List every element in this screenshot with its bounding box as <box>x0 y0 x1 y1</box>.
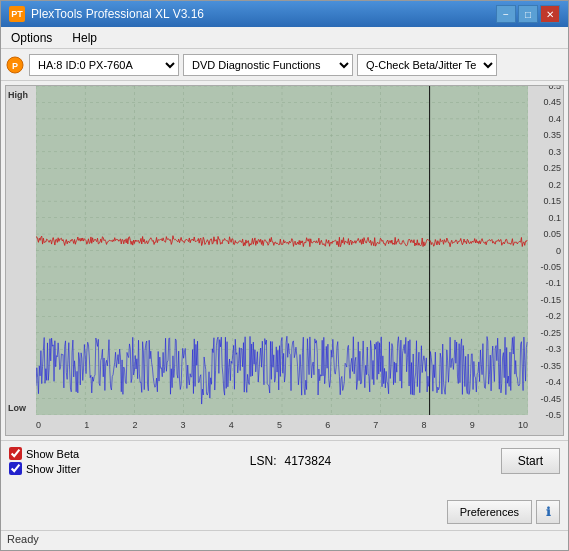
y-axis-label: -0.35 <box>540 361 561 371</box>
x-axis-label: 8 <box>422 420 427 430</box>
close-button[interactable]: ✕ <box>540 5 560 23</box>
y-axis-label: 0.5 <box>548 85 561 91</box>
y-axis-label: 0.3 <box>548 147 561 157</box>
show-jitter-row: Show Jitter <box>9 462 80 475</box>
lsn-label: LSN: <box>250 454 277 468</box>
toolbar: P HA:8 ID:0 PX-760A DVD Diagnostic Funct… <box>1 49 568 81</box>
x-axis-label: 5 <box>277 420 282 430</box>
show-beta-checkbox[interactable] <box>9 447 22 460</box>
app-icon-text: PT <box>11 9 23 19</box>
x-axis-label: 6 <box>325 420 330 430</box>
info-button[interactable]: ℹ <box>536 500 560 524</box>
drive-select[interactable]: HA:8 ID:0 PX-760A <box>29 54 179 76</box>
show-beta-label: Show Beta <box>26 448 79 460</box>
x-axis-label: 2 <box>132 420 137 430</box>
chart-high-label: High <box>8 90 28 100</box>
minimize-button[interactable]: − <box>496 5 516 23</box>
start-button[interactable]: Start <box>501 448 560 474</box>
maximize-button[interactable]: □ <box>518 5 538 23</box>
y-axis-label: 0.1 <box>548 213 561 223</box>
y-axis-label: -0.3 <box>545 344 561 354</box>
y-axis-label: 0.15 <box>543 196 561 206</box>
show-beta-row: Show Beta <box>9 447 80 460</box>
menu-options[interactable]: Options <box>5 29 58 47</box>
y-axis-label: 0.4 <box>548 114 561 124</box>
x-axis-label: 10 <box>518 420 528 430</box>
window-title: PlexTools Professional XL V3.16 <box>31 7 204 21</box>
x-axis-label: 9 <box>470 420 475 430</box>
bottom-panel: Show Beta Show Jitter LSN: 4173824 Start… <box>1 440 568 530</box>
title-bar: PT PlexTools Professional XL V3.16 − □ ✕ <box>1 1 568 27</box>
chart-plot <box>36 86 528 415</box>
menu-help[interactable]: Help <box>66 29 103 47</box>
y-axis-label: 0.05 <box>543 229 561 239</box>
y-axis-label: 0.35 <box>543 130 561 140</box>
drive-icon: P <box>5 55 25 75</box>
y-axis-label: 0.25 <box>543 163 561 173</box>
y-axis-label: -0.05 <box>540 262 561 272</box>
y-axis-label: -0.45 <box>540 394 561 404</box>
x-axis-label: 7 <box>373 420 378 430</box>
lsn-value: 4173824 <box>285 454 332 468</box>
y-axis-label: -0.4 <box>545 377 561 387</box>
x-axis-label: 1 <box>84 420 89 430</box>
function-select[interactable]: DVD Diagnostic Functions <box>183 54 353 76</box>
y-axis-label: -0.15 <box>540 295 561 305</box>
bottom-row2: Preferences ℹ <box>9 500 560 524</box>
app-icon: PT <box>9 6 25 22</box>
y-axis-label: -0.2 <box>545 311 561 321</box>
status-text: Ready <box>7 533 39 545</box>
chart-canvas <box>36 86 528 415</box>
y-axis-label: -0.25 <box>540 328 561 338</box>
chart-low-label: Low <box>8 403 26 413</box>
menu-bar: Options Help <box>1 27 568 49</box>
y-axis-label: -0.5 <box>545 410 561 420</box>
test-select[interactable]: Q-Check Beta/Jitter Test <box>357 54 497 76</box>
chart-area: High Low 0.50.450.40.350.30.250.20.150.1… <box>5 85 564 436</box>
title-buttons: − □ ✕ <box>496 5 560 23</box>
x-axis-label: 4 <box>229 420 234 430</box>
svg-text:P: P <box>12 61 18 71</box>
checkboxes: Show Beta Show Jitter <box>9 447 80 475</box>
y-axis-label: -0.1 <box>545 278 561 288</box>
y-axis-label: 0 <box>556 246 561 256</box>
y-axis-label: 0.2 <box>548 180 561 190</box>
chart-x-axis: 012345678910 <box>36 415 528 435</box>
status-bar: Ready <box>1 530 568 550</box>
chart-y-axis-right: 0.50.450.40.350.30.250.20.150.10.050-0.0… <box>528 86 563 415</box>
show-jitter-label: Show Jitter <box>26 463 80 475</box>
lsn-area: LSN: 4173824 <box>250 454 331 468</box>
bottom-row1: Show Beta Show Jitter LSN: 4173824 Start <box>9 447 560 475</box>
title-bar-left: PT PlexTools Professional XL V3.16 <box>9 6 204 22</box>
x-axis-label: 3 <box>181 420 186 430</box>
show-jitter-checkbox[interactable] <box>9 462 22 475</box>
main-window: PT PlexTools Professional XL V3.16 − □ ✕… <box>0 0 569 551</box>
y-axis-label: 0.45 <box>543 97 561 107</box>
x-axis-label: 0 <box>36 420 41 430</box>
preferences-button[interactable]: Preferences <box>447 500 532 524</box>
